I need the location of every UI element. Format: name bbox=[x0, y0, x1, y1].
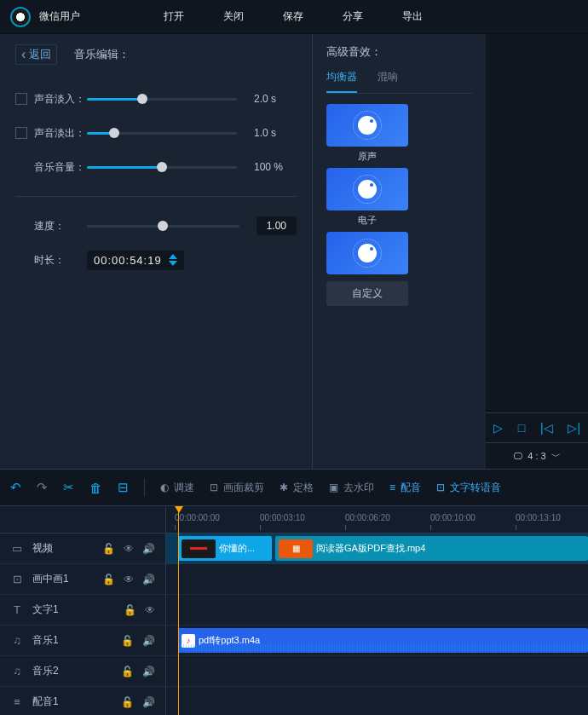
pip-lane[interactable] bbox=[166, 564, 588, 595]
music-track-icon: ♫ bbox=[10, 665, 24, 678]
aspect-ratio-selector[interactable]: 🖵 4 : 3 ﹀ bbox=[486, 443, 588, 469]
knob-icon bbox=[358, 116, 377, 135]
panel-title: 音乐编辑： bbox=[74, 47, 130, 62]
clip-thumbnail bbox=[182, 539, 216, 558]
speaker-icon[interactable]: 🔊 bbox=[142, 574, 155, 585]
track-vo1[interactable]: ≡ 配音1 🔓 🔊 bbox=[0, 687, 165, 715]
track-music2[interactable]: ♫ 音乐2 🔓 🔊 bbox=[0, 656, 165, 687]
stop-icon[interactable]: □ bbox=[518, 421, 525, 435]
duration-label: 时长： bbox=[34, 253, 87, 268]
preset-electronic[interactable]: 电子 bbox=[326, 168, 472, 227]
lock-icon[interactable]: 🔓 bbox=[124, 604, 136, 616]
fade-in-value: 2.0 s bbox=[254, 93, 297, 105]
speaker-icon[interactable]: 🔊 bbox=[142, 666, 155, 678]
menu-open[interactable]: 打开 bbox=[148, 9, 199, 24]
music2-lane[interactable] bbox=[166, 656, 588, 687]
tool-watermark[interactable]: ▣去水印 bbox=[329, 481, 374, 495]
redo-icon[interactable]: ↷ bbox=[37, 480, 48, 495]
prev-frame-icon[interactable]: |◁ bbox=[540, 421, 553, 435]
fade-out-value: 1.0 s bbox=[254, 127, 297, 139]
time-ruler[interactable]: 00:00:00:00 00:00:03:10 00:00:06:20 00:0… bbox=[166, 506, 588, 533]
crop-icon: ⊡ bbox=[210, 481, 218, 493]
user-avatar[interactable] bbox=[10, 7, 31, 27]
tool-tts[interactable]: ⊡文字转语音 bbox=[436, 481, 501, 495]
speed-slider[interactable] bbox=[87, 225, 239, 228]
music-track-icon: ♫ bbox=[10, 634, 24, 647]
tool-crop[interactable]: ⊡画面裁剪 bbox=[210, 481, 264, 495]
custom-preset-button[interactable]: 自定义 bbox=[326, 281, 408, 306]
volume-label: 音乐音量： bbox=[34, 160, 87, 175]
tab-equalizer[interactable]: 均衡器 bbox=[326, 70, 357, 93]
delete-icon[interactable]: 🗑 bbox=[89, 481, 102, 495]
menu-save[interactable]: 保存 bbox=[268, 9, 319, 24]
eye-icon[interactable]: 👁 bbox=[124, 574, 134, 585]
track-text1[interactable]: T 文字1 🔓 👁 bbox=[0, 595, 165, 626]
fade-out-slider[interactable] bbox=[87, 132, 237, 135]
text-track-icon: T bbox=[10, 603, 24, 616]
freeze-icon: ✱ bbox=[280, 481, 288, 493]
pip-track-icon: ⊡ bbox=[10, 573, 24, 585]
volume-slider[interactable] bbox=[87, 166, 237, 169]
duration-down-icon[interactable] bbox=[169, 261, 177, 266]
playhead[interactable] bbox=[178, 506, 179, 715]
vo-track-icon: ≡ bbox=[10, 695, 24, 708]
undo-icon[interactable]: ↶ bbox=[10, 480, 21, 495]
video-clip-1[interactable]: 你懂的... bbox=[178, 536, 272, 561]
speed-label: 速度： bbox=[34, 219, 87, 234]
track-video[interactable]: ▭ 视频 🔓 👁 🔊 bbox=[0, 533, 165, 564]
menu-share[interactable]: 分享 bbox=[327, 9, 378, 24]
tool-speed[interactable]: ◐调速 bbox=[160, 481, 194, 495]
edit-toolbar: ↶ ↷ ✂ 🗑 ⊟ ◐调速 ⊡画面裁剪 ✱定格 ▣去水印 ≡配音 ⊡文字转语音 bbox=[0, 469, 588, 506]
vo-lane[interactable] bbox=[166, 687, 588, 715]
fade-in-checkbox[interactable] bbox=[15, 93, 27, 105]
speaker-icon[interactable]: 🔊 bbox=[142, 635, 155, 647]
tool-dubbing[interactable]: ≡配音 bbox=[389, 481, 421, 495]
split-icon[interactable]: ⊟ bbox=[118, 480, 129, 495]
play-icon[interactable]: ▷ bbox=[493, 421, 503, 435]
audio-clip-1[interactable]: ♪ pdf转ppt3.m4a bbox=[178, 628, 588, 653]
volume-value: 100 % bbox=[254, 161, 297, 173]
preset-item[interactable] bbox=[326, 232, 472, 274]
video-lane[interactable]: 你懂的... 阅读器GA版PDF查找.mp4 bbox=[166, 533, 588, 564]
speaker-icon[interactable]: 🔊 bbox=[142, 696, 155, 708]
fade-in-slider[interactable] bbox=[87, 98, 237, 101]
menu-export[interactable]: 导出 bbox=[387, 9, 438, 24]
top-menu-bar: 微信用户 打开 关闭 保存 分享 导出 bbox=[0, 0, 588, 34]
duration-up-icon[interactable] bbox=[169, 254, 177, 259]
menu-close[interactable]: 关闭 bbox=[208, 9, 259, 24]
lock-icon[interactable]: 🔓 bbox=[102, 543, 115, 555]
effects-title: 高级音效： bbox=[326, 44, 472, 60]
lock-icon[interactable]: 🔓 bbox=[121, 666, 134, 678]
preset-original[interactable]: 原声 bbox=[326, 104, 472, 163]
speaker-icon[interactable]: 🔊 bbox=[142, 543, 155, 555]
speed-icon: ◐ bbox=[160, 481, 169, 493]
next-frame-icon[interactable]: ▷| bbox=[568, 421, 580, 435]
speed-value: 1.00 bbox=[257, 216, 297, 235]
tab-reverb[interactable]: 混响 bbox=[378, 70, 398, 93]
knob-icon bbox=[358, 244, 377, 262]
lock-icon[interactable]: 🔓 bbox=[121, 635, 134, 647]
lock-icon[interactable]: 🔓 bbox=[102, 574, 115, 585]
video-clip-2[interactable]: 阅读器GA版PDF查找.mp4 bbox=[275, 536, 588, 561]
duration-input[interactable]: 00:00:54:19 bbox=[87, 251, 184, 270]
track-music1[interactable]: ♫ 音乐1 🔓 🔊 bbox=[0, 626, 165, 656]
back-button[interactable]: 返回 bbox=[15, 44, 57, 65]
watermark-icon: ▣ bbox=[329, 481, 338, 493]
cut-icon[interactable]: ✂ bbox=[63, 480, 74, 495]
monitor-icon: 🖵 bbox=[513, 451, 522, 461]
chevron-down-icon: ﹀ bbox=[551, 450, 561, 463]
dubbing-icon: ≡ bbox=[389, 481, 395, 493]
fade-out-checkbox[interactable] bbox=[15, 127, 27, 139]
text-lane[interactable] bbox=[166, 595, 588, 626]
eye-icon[interactable]: 👁 bbox=[124, 543, 134, 555]
preset-list[interactable]: 原声 电子 自定义 bbox=[326, 104, 472, 458]
tool-freeze[interactable]: ✱定格 bbox=[280, 481, 314, 495]
music1-lane[interactable]: ♪ pdf转ppt3.m4a bbox=[166, 626, 588, 656]
track-pip1[interactable]: ⊡ 画中画1 🔓 👁 🔊 bbox=[0, 564, 165, 595]
eye-icon[interactable]: 👁 bbox=[145, 604, 155, 616]
video-track-icon: ▭ bbox=[10, 542, 24, 555]
fade-out-label: 声音淡出： bbox=[34, 126, 87, 141]
fade-in-label: 声音淡入： bbox=[34, 92, 87, 107]
lock-icon[interactable]: 🔓 bbox=[121, 696, 134, 708]
music-edit-panel: 返回 音乐编辑： 声音淡入： 2.0 s 声音淡出： 1.0 s 音乐音量： 1… bbox=[0, 34, 312, 469]
